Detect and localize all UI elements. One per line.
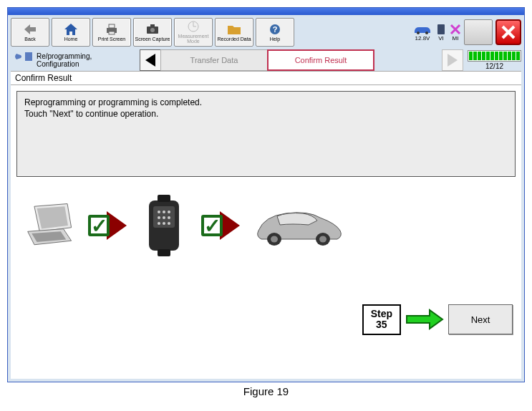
triangle-left-icon <box>145 54 155 67</box>
svg-point-39 <box>319 236 327 243</box>
step-callout: Step 35 <box>362 304 401 335</box>
measure-button: Measurement Mode <box>174 18 213 47</box>
svg-rect-13 <box>437 24 445 34</box>
wrench-icon <box>14 51 34 70</box>
app-window: Back Home Print Screen Screen Capture <box>7 7 525 382</box>
green-arrow-icon <box>405 309 444 330</box>
print-button[interactable]: Print Screen <box>92 18 131 47</box>
capture-button[interactable]: Screen Capture <box>133 18 172 47</box>
svg-point-11 <box>417 32 420 34</box>
scantool-icon <box>138 198 190 253</box>
measure-icon <box>187 20 200 33</box>
svg-rect-34 <box>158 195 170 202</box>
diagram: ✓ ✓ <box>11 183 521 269</box>
close-button[interactable] <box>495 19 521 45</box>
svg-point-29 <box>163 216 165 219</box>
vi-indicator: VI <box>435 24 447 42</box>
vi-icon <box>435 24 447 35</box>
svg-point-27 <box>168 211 170 213</box>
home-button[interactable]: Home <box>52 18 90 47</box>
svg-point-12 <box>425 32 428 34</box>
voltage-indicator: 12.8V <box>412 24 432 42</box>
title-bar <box>8 8 524 15</box>
svg-rect-5 <box>150 24 155 27</box>
figure-caption: Figure 19 <box>7 385 525 397</box>
help-icon: ? <box>269 23 281 36</box>
svg-point-32 <box>163 222 165 225</box>
message-line: Reprogramming or programming is complete… <box>24 97 508 109</box>
content-area: Confirm Result Reprogramming or programm… <box>11 71 521 379</box>
home-icon <box>64 23 77 36</box>
svg-marker-20 <box>37 206 68 228</box>
svg-rect-2 <box>109 32 115 34</box>
progress-bar <box>468 50 521 62</box>
svg-point-26 <box>163 211 165 213</box>
close-icon <box>500 24 516 40</box>
svg-point-37 <box>271 236 278 243</box>
check-arrow-icon: ✓ <box>201 211 240 240</box>
message-box: Reprogramming or programming is complete… <box>16 91 516 177</box>
check-arrow-icon: ✓ <box>88 211 127 240</box>
svg-rect-1 <box>109 24 115 28</box>
mi-x-icon <box>450 24 461 35</box>
device-icon <box>464 19 493 45</box>
progress-block: 12/12 <box>468 50 521 70</box>
svg-point-31 <box>158 222 160 225</box>
svg-point-30 <box>168 216 170 219</box>
app-chrome: Back Home Print Screen Screen Capture <box>8 15 524 382</box>
svg-point-4 <box>150 28 155 32</box>
breadcrumb: Re/programming, Configuration <box>11 51 140 70</box>
recorded-button[interactable]: Recorded Data <box>215 18 253 47</box>
svg-rect-35 <box>158 249 170 256</box>
breadcrumb-row: Re/programming, Configuration Transfer D… <box>11 49 521 71</box>
next-step-button <box>442 49 463 71</box>
svg-point-28 <box>158 216 160 219</box>
step-prev: Transfer Data <box>160 49 268 71</box>
prev-step-button[interactable] <box>140 49 161 71</box>
svg-point-33 <box>168 222 170 225</box>
folder-icon <box>228 23 241 36</box>
car-icon <box>251 198 344 253</box>
triangle-right-icon <box>448 54 458 67</box>
mi-indicator: MI <box>450 24 461 42</box>
next-button[interactable]: Next <box>448 304 513 334</box>
printer-icon <box>105 23 118 36</box>
svg-rect-18 <box>25 52 32 61</box>
svg-text:?: ? <box>273 25 278 34</box>
help-button[interactable]: ? Help <box>256 18 294 47</box>
back-icon <box>24 23 37 36</box>
message-line: Touch "Next" to continue operation. <box>24 109 508 120</box>
toolbar: Back Home Print Screen Screen Capture <box>11 18 521 47</box>
back-button[interactable]: Back <box>11 18 49 47</box>
laptop-icon <box>25 198 77 253</box>
camera-icon <box>146 23 159 36</box>
car-icon <box>412 24 432 35</box>
status-area: 12.8V VI MI <box>412 19 521 45</box>
svg-point-25 <box>158 211 160 213</box>
page-title: Confirm Result <box>11 72 521 85</box>
step-current: Confirm Result <box>267 49 374 71</box>
